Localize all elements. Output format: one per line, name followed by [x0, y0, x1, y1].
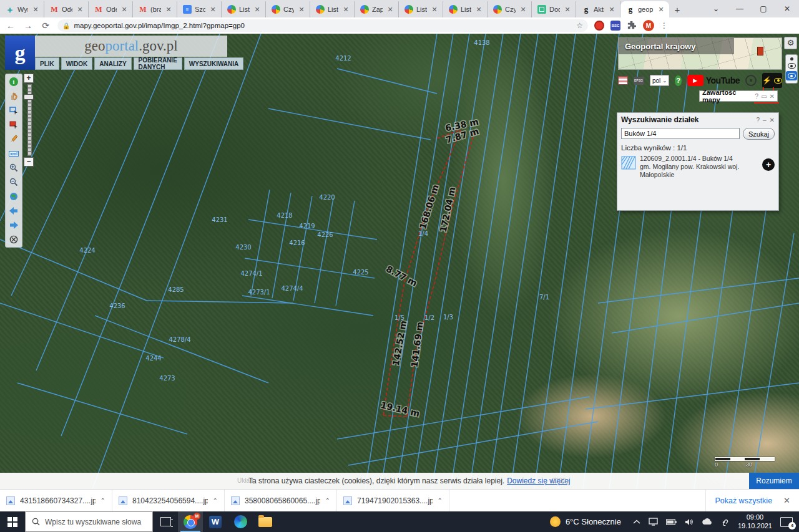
menu-analizy[interactable]: ANALIZY — [94, 57, 131, 70]
eye-active-toggle[interactable] — [786, 71, 797, 80]
window-close-button[interactable]: ✕ — [775, 4, 799, 13]
extension-red-icon[interactable] — [594, 21, 604, 31]
map-contents-bar[interactable]: Zawartość mapy ? ▭ ✕ — [699, 90, 778, 102]
reload-icon[interactable]: ⟳ — [40, 21, 51, 31]
close-downloads-icon[interactable]: ✕ — [783, 496, 790, 505]
select-red-icon[interactable] — [8, 119, 19, 130]
address-bar[interactable]: 🔒 mapy.geoportal.gov.pl/imap/Imgp_2.html… — [57, 19, 588, 32]
start-button[interactable] — [0, 511, 25, 532]
taskbar-weather[interactable]: 6°C Słonecznie — [546, 516, 625, 527]
taskbar-explorer[interactable] — [253, 511, 278, 532]
parcel-search-input[interactable] — [621, 128, 740, 139]
download-item-2[interactable]: 358008065860065....jpg ⌃ — [225, 490, 337, 511]
tab-close-icon[interactable]: ✕ — [208, 5, 217, 14]
action-center-icon[interactable]: 4 — [780, 517, 793, 527]
forward-icon[interactable]: → — [22, 21, 34, 31]
tray-chevron-icon[interactable] — [633, 520, 640, 525]
network-icon[interactable] — [721, 518, 730, 526]
tab-close-icon[interactable]: ✕ — [253, 5, 262, 14]
menu-widok[interactable]: WIDOK — [61, 57, 92, 70]
help-button[interactable]: ? — [675, 75, 681, 86]
tab-close-icon[interactable]: ✕ — [657, 5, 665, 14]
add-result-button[interactable]: + — [762, 158, 775, 171]
xml-icon[interactable]: xml — [8, 148, 19, 159]
menu-wyszukiwania[interactable]: WYSZUKIWANIA — [184, 57, 243, 70]
browser-tab-10[interactable]: Lista ✕ — [443, 1, 488, 17]
browser-tab-13[interactable]: g Aktu ✕ — [576, 1, 620, 17]
language-select[interactable]: pol ⌄ — [650, 75, 669, 86]
browser-tab-1[interactable]: M Odeb ✕ — [44, 1, 89, 17]
browser-tab-12[interactable]: Dod ✕ — [532, 1, 576, 17]
download-options-chevron[interactable]: ⌃ — [100, 497, 105, 504]
onedrive-cloud-icon[interactable] — [702, 518, 713, 525]
help-icon[interactable]: ? — [755, 93, 759, 100]
close-icon[interactable]: ✕ — [770, 93, 775, 100]
pan-icon[interactable] — [8, 90, 19, 102]
zoom-slider[interactable]: + − — [24, 74, 35, 167]
close-icon[interactable]: ✕ — [770, 117, 775, 123]
select-blue-icon[interactable] — [8, 105, 19, 116]
download-options-chevron[interactable]: ⌃ — [325, 497, 330, 504]
tab-close-icon[interactable]: ✕ — [563, 5, 572, 14]
search-button[interactable]: Szukaj — [743, 128, 775, 140]
geoportal-logo[interactable]: g — [5, 36, 35, 70]
zoom-in-button[interactable]: + — [24, 74, 34, 83]
tab-close-icon[interactable]: ✕ — [519, 5, 527, 14]
search-result-item[interactable]: 120609_2.0001.1/4 - Buków 1/4 gm. Mogila… — [617, 153, 778, 181]
extension-blue-icon[interactable]: BSC — [610, 21, 620, 31]
browser-tab-4[interactable]: ≡ Szcze ✕ — [177, 1, 222, 17]
minimize-icon[interactable]: ‒ — [763, 117, 767, 123]
task-view-button[interactable] — [153, 511, 178, 532]
tab-close-icon[interactable]: ✕ — [297, 5, 306, 14]
eye-toggle-icon[interactable] — [788, 63, 796, 69]
legend-icon[interactable] — [618, 76, 628, 85]
tab-close-icon[interactable]: ✕ — [607, 5, 616, 14]
display-icon[interactable] — [649, 518, 658, 526]
browser-tab-6[interactable]: Czy p ✕ — [266, 1, 310, 17]
tab-close-icon[interactable]: ✕ — [341, 5, 350, 14]
browser-tab-8[interactable]: Zapo ✕ — [355, 1, 399, 17]
taskbar-clock[interactable]: 09:00 19.10.2021 — [738, 513, 772, 531]
chevron-down-icon[interactable]: ⌄ — [704, 4, 728, 13]
youtube-link[interactable]: ▶ YouTube — [687, 75, 740, 86]
window-minimize-button[interactable]: — — [728, 4, 752, 13]
tab-close-icon[interactable]: ✕ — [120, 5, 129, 14]
new-tab-button[interactable]: + — [669, 1, 685, 17]
overview-map-label[interactable]: Geoportal krajowy — [619, 38, 734, 54]
download-item-1[interactable]: 810423254056594....jpg ⌃ — [112, 490, 225, 511]
zoom-in-icon[interactable] — [8, 162, 19, 173]
accessibility-wheel-icon[interactable] — [745, 75, 757, 86]
browser-tab-9[interactable]: Lista ✕ — [399, 1, 443, 17]
cookie-accept-button[interactable]: Rozumiem — [749, 473, 799, 489]
help-icon[interactable]: ? — [756, 117, 760, 123]
tab-close-icon[interactable]: ✕ — [430, 5, 439, 14]
browser-tab-7[interactable]: Lista ✕ — [310, 1, 355, 17]
forward-icon[interactable] — [8, 220, 19, 231]
taskbar-chrome[interactable]: M — [178, 511, 203, 532]
browser-tab-11[interactable]: Czy p ✕ — [488, 1, 532, 17]
browser-menu-icon[interactable]: ⋮ — [660, 21, 668, 30]
restore-icon[interactable]: ▭ — [761, 93, 767, 100]
window-maximize-button[interactable]: ▢ — [752, 4, 775, 13]
measure-icon[interactable] — [8, 133, 19, 145]
back-icon[interactable]: ← — [5, 21, 16, 31]
bookmark-star-icon[interactable]: ☆ — [576, 21, 583, 30]
overview-map[interactable]: Geoportal krajowy — [618, 37, 782, 70]
back-icon[interactable] — [8, 205, 19, 216]
download-options-chevron[interactable]: ⌃ — [438, 497, 443, 504]
url-text[interactable]: mapy.geoportal.gov.pl/imap/Imgp_2.html?g… — [74, 22, 572, 29]
info-icon[interactable]: i — [8, 76, 19, 87]
show-all-downloads-button[interactable]: Pokaż wszystkie — [715, 496, 772, 505]
settings-gear-icon[interactable]: ⚙ — [784, 37, 797, 49]
tab-close-icon[interactable]: ✕ — [474, 5, 483, 14]
zoom-slider-handle[interactable] — [24, 94, 34, 100]
taskbar-word[interactable]: W — [203, 511, 228, 532]
menu-plik[interactable]: PLIK — [35, 57, 59, 70]
tab-close-icon[interactable]: ✕ — [31, 5, 40, 14]
panel-header[interactable]: Wyszukiwanie działek ? ‒ ✕ — [617, 113, 778, 127]
zoom-out-button[interactable]: − — [24, 157, 34, 167]
browser-tab-0[interactable]: + Wym ✕ — [0, 1, 44, 17]
globe-icon[interactable] — [8, 191, 19, 202]
contrast-toggle[interactable]: ⚡ — [762, 73, 782, 88]
battery-icon[interactable] — [666, 519, 677, 525]
